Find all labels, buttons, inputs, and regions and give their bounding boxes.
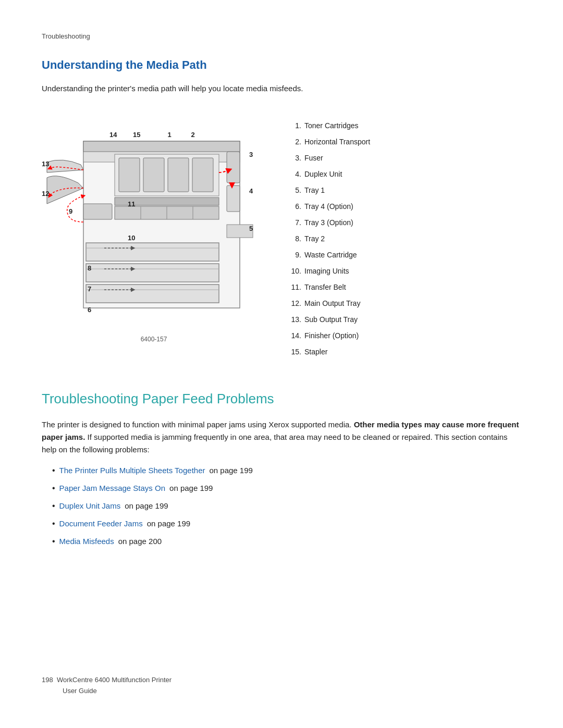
footer: 198 WorkCentre 6400 Multifunction Printe…: [42, 675, 172, 697]
svg-text:10: 10: [128, 234, 135, 242]
legend-label: Toner Cartridges: [304, 120, 359, 131]
link-suffix-2: on page 199: [169, 483, 213, 495]
svg-text:6: 6: [88, 306, 91, 314]
svg-text:8: 8: [88, 264, 91, 272]
legend-item-6: 6.Tray 4 (Option): [287, 201, 521, 212]
legend-item-2: 2.Horizontal Transport: [287, 137, 521, 147]
svg-text:12: 12: [42, 190, 49, 198]
svg-text:13: 13: [42, 160, 49, 168]
legend-label: Waste Cartridge: [304, 250, 357, 261]
legend-item-15: 15.Stapler: [287, 347, 521, 357]
link-suffix-4: on page 199: [147, 518, 190, 530]
link-3[interactable]: Duplex Unit Jams: [59, 500, 121, 512]
bullet-item-5: Media Misfeeds on page 200: [52, 535, 521, 548]
legend-item-7: 7.Tray 3 (Option): [287, 217, 521, 228]
diagram-container: 1 2 3 4 5 6 7 8 9 10 11 12 13 1: [42, 110, 266, 344]
body-part2: If supported media is jamming frequently…: [42, 433, 508, 454]
breadcrumb: Troubleshooting: [42, 31, 521, 42]
legend-num: 8.: [287, 233, 301, 244]
bullet-item-3: Duplex Unit Jams on page 199: [52, 500, 521, 512]
legend-num: 3.: [287, 153, 301, 164]
svg-text:14: 14: [109, 131, 117, 139]
svg-rect-11: [83, 204, 112, 219]
svg-rect-5: [143, 158, 164, 192]
legend-label: Tray 4 (Option): [304, 201, 353, 212]
svg-rect-4: [119, 158, 140, 192]
product-name: WorkCentre 6400 Multifunction Printer: [57, 676, 172, 684]
legend-num: 1.: [287, 120, 301, 131]
legend-num: 7.: [287, 217, 301, 228]
legend-label: Fuser: [304, 153, 323, 164]
svg-rect-16: [86, 243, 219, 261]
legend-label: Stapler: [304, 347, 327, 357]
link-2[interactable]: Paper Jam Message Stays On: [59, 483, 165, 495]
legend-label: Finisher (Option): [304, 330, 359, 341]
svg-text:15: 15: [133, 131, 140, 139]
legend-label: Tray 2: [304, 233, 325, 244]
svg-rect-18: [86, 264, 219, 282]
legend-num: 11.: [287, 282, 301, 293]
section2-title: Troubleshooting Paper Feed Problems: [42, 389, 521, 409]
svg-rect-8: [227, 152, 240, 183]
body-part1: The printer is designed to function with…: [42, 420, 354, 429]
legend-label: Sub Output Tray: [304, 314, 358, 325]
link-suffix-5: on page 200: [118, 536, 162, 548]
svg-text:3: 3: [249, 151, 253, 158]
legend-num: 4.: [287, 169, 301, 180]
svg-text:2: 2: [191, 131, 194, 139]
svg-rect-6: [168, 158, 189, 192]
legend-item-3: 3.Fuser: [287, 153, 521, 164]
legend-item-11: 11.Transfer Belt: [287, 282, 521, 293]
links-list: The Printer Pulls Multiple Sheets Togeth…: [52, 464, 521, 548]
svg-text:11: 11: [128, 200, 135, 208]
diagram-caption: 6400-157: [42, 335, 266, 344]
svg-text:1: 1: [167, 131, 171, 139]
svg-text:7: 7: [88, 285, 91, 293]
svg-rect-2: [83, 141, 240, 152]
legend-label: Main Output Tray: [304, 298, 360, 309]
legend-item-13: 13.Sub Output Tray: [287, 314, 521, 325]
legend-item-10: 10.Imaging Units: [287, 266, 521, 277]
link-4[interactable]: Document Feeder Jams: [59, 518, 143, 530]
legend-label: Duplex Unit: [304, 169, 342, 180]
legend-label: Transfer Belt: [304, 282, 346, 293]
legend-item-12: 12.Main Output Tray: [287, 298, 521, 309]
page-number: 198: [42, 676, 53, 684]
doc-type: User Guide: [63, 687, 97, 695]
legend-num: 12.: [287, 298, 301, 309]
section2-body: The printer is designed to function with…: [42, 418, 521, 456]
bullet-item-4: Document Feeder Jams on page 199: [52, 517, 521, 530]
svg-text:4: 4: [249, 187, 253, 195]
link-5[interactable]: Media Misfeeds: [59, 536, 114, 548]
svg-rect-20: [86, 285, 219, 303]
legend-num: 9.: [287, 250, 301, 261]
section1-intro: Understanding the printer's media path w…: [42, 83, 521, 95]
bullet-item-2: Paper Jam Message Stays On on page 199: [52, 482, 521, 495]
section1-title: Understanding the Media Path: [42, 56, 521, 73]
legend-item-8: 8.Tray 2: [287, 233, 521, 244]
svg-text:5: 5: [249, 225, 253, 232]
legend-num: 5.: [287, 185, 301, 196]
legend-label: Horizontal Transport: [304, 137, 370, 147]
legend-item-5: 5.Tray 1: [287, 185, 521, 196]
legend-num: 6.: [287, 201, 301, 212]
link-suffix-1: on page 199: [209, 465, 252, 477]
legend-num: 10.: [287, 266, 301, 277]
media-path-diagram: 1 2 3 4 5 6 7 8 9 10 11 12 13 1: [42, 110, 266, 329]
link-1[interactable]: The Printer Pulls Multiple Sheets Togeth…: [59, 465, 205, 477]
svg-text:9: 9: [69, 207, 72, 215]
troubleshooting-section: Troubleshooting Paper Feed Problems The …: [42, 389, 521, 548]
link-suffix-3: on page 199: [125, 500, 168, 512]
bullet-item-1: The Printer Pulls Multiple Sheets Togeth…: [52, 464, 521, 477]
legend-num: 2.: [287, 137, 301, 147]
legend-label: Imaging Units: [304, 266, 349, 277]
legend-item-1: 1.Toner Cartridges: [287, 120, 521, 131]
svg-rect-7: [192, 158, 213, 192]
svg-rect-9: [227, 186, 240, 212]
legend-num: 15.: [287, 347, 301, 357]
legend-num: 14.: [287, 330, 301, 341]
legend-item-9: 9.Waste Cartridge: [287, 250, 521, 261]
legend-list: 1.Toner Cartridges2.Horizontal Transport…: [287, 110, 521, 363]
legend-label: Tray 3 (Option): [304, 217, 353, 228]
legend-item-4: 4.Duplex Unit: [287, 169, 521, 180]
